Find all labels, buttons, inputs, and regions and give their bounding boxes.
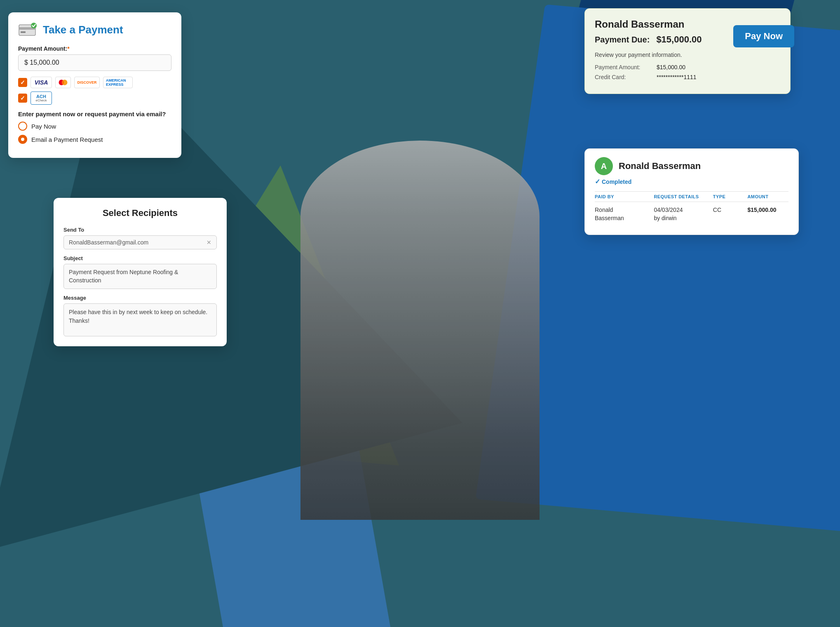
email-address: RonaldBasserman@gmail.com [69, 239, 148, 246]
subject-label: Subject [63, 255, 217, 261]
send-to-label: Send To [63, 227, 217, 233]
subject-field[interactable]: Payment Request from Neptune Roofing & C… [63, 264, 217, 289]
credit-card-val: ************1111 [657, 74, 697, 80]
completed-customer-name: Ronald Basserman [619, 161, 701, 171]
visa-logo: VISA [31, 77, 52, 88]
credit-card-checkbox[interactable] [18, 78, 27, 87]
remove-email-button[interactable]: ✕ [206, 239, 211, 246]
credit-card-key: Credit Card: [595, 74, 648, 80]
cell-amount: $15,000.00 [747, 206, 788, 222]
cell-paid-by: RonaldBasserman [595, 206, 652, 222]
col-amount: AMOUNT [747, 194, 788, 199]
completed-check-icon: ✓ [595, 178, 600, 186]
review-text: Review your payment information. [595, 52, 780, 58]
pay-now-option[interactable]: Pay Now [18, 122, 171, 131]
pay-now-label: Pay Now [31, 123, 56, 130]
table-row: RonaldBasserman 04/03/2024by dirwin CC $… [595, 202, 788, 226]
completed-transaction-card: A Ronald Basserman ✓ Completed PAID BY R… [584, 148, 799, 235]
email-request-radio[interactable] [18, 135, 27, 144]
completed-header: A Ronald Basserman [595, 157, 788, 175]
svg-rect-2 [21, 31, 26, 33]
take-payment-title: Take a Payment [43, 23, 123, 36]
take-payment-card: Take a Payment Payment Amount:* VISA DIS… [8, 12, 181, 158]
credit-card-row: Credit Card: ************1111 [595, 74, 780, 80]
payment-amount-key: Payment Amount: [595, 64, 648, 70]
recipients-title: Select Recipients [63, 208, 217, 218]
message-field[interactable]: Please have this in by next week to keep… [63, 303, 217, 336]
email-tag: RonaldBasserman@gmail.com ✕ [63, 235, 217, 249]
payment-due-label: Payment Due: [595, 35, 650, 45]
payment-amount-input[interactable] [18, 54, 171, 71]
amex-logo: AMERICAN EXPRESS [103, 77, 133, 88]
ach-checkbox[interactable] [18, 94, 27, 103]
cell-request-details: 04/03/2024by dirwin [654, 206, 711, 222]
transaction-table-header: PAID BY REQUEST DETAILS TYPE AMOUNT [595, 191, 788, 202]
ach-logo: ACH eCheck [31, 92, 52, 105]
col-paid-by: PAID BY [595, 194, 652, 199]
cell-type: CC [713, 206, 746, 222]
email-request-label: Email a Payment Request [31, 136, 103, 143]
email-request-option[interactable]: Email a Payment Request [18, 135, 171, 144]
card-header: Take a Payment [18, 22, 171, 37]
person-silhouette [300, 141, 540, 520]
payment-amount-label: Payment Amount:* [18, 45, 171, 52]
credit-card-methods: VISA DISCOVER AMERICAN EXPRESS [18, 77, 171, 88]
message-label: Message [63, 295, 217, 301]
payment-due-card: Pay Now Ronald Basserman Payment Due: $1… [584, 8, 791, 94]
completed-status: Completed [602, 178, 631, 185]
col-request-details: REQUEST DETAILS [654, 194, 711, 199]
person-image [276, 108, 564, 520]
customer-avatar: A [595, 157, 613, 175]
mastercard-logo [55, 77, 71, 88]
payment-amount-row: Payment Amount: $15,000.00 [595, 64, 780, 70]
payment-question: Enter payment now or request payment via… [18, 110, 171, 117]
col-type: TYPE [713, 194, 746, 199]
discover-logo: DISCOVER [74, 77, 100, 88]
payment-due-amount: $15,000.00 [656, 34, 702, 45]
payment-amount-val: $15,000.00 [657, 64, 685, 70]
pay-now-radio[interactable] [18, 122, 27, 131]
select-recipients-card: Select Recipients Send To RonaldBasserma… [54, 198, 227, 346]
ach-methods: ACH eCheck [18, 92, 171, 105]
payment-icon [18, 22, 38, 37]
pay-now-button[interactable]: Pay Now [733, 25, 794, 47]
completed-badge: ✓ Completed [595, 178, 788, 186]
